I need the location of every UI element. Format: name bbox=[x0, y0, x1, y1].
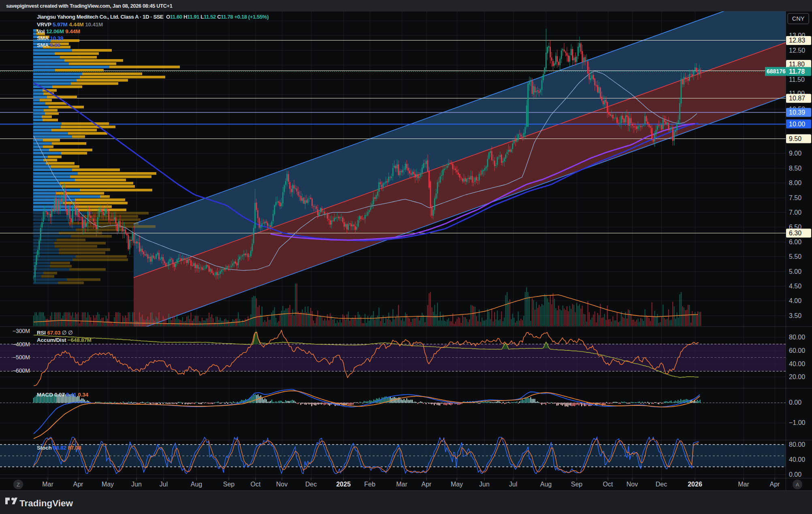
svg-text:TradingView: TradingView bbox=[19, 498, 73, 508]
svg-text:−300M: −300M bbox=[13, 328, 30, 334]
svg-text:Oct: Oct bbox=[251, 481, 261, 488]
svg-text:11.50: 11.50 bbox=[789, 76, 805, 83]
svg-text:−400M: −400M bbox=[13, 341, 30, 348]
svg-text:Mar: Mar bbox=[738, 481, 749, 488]
svg-text:Sep: Sep bbox=[223, 481, 235, 488]
svg-text:4.00: 4.00 bbox=[789, 297, 801, 304]
svg-text:Nov: Nov bbox=[627, 481, 638, 488]
svg-text:8.00: 8.00 bbox=[789, 179, 801, 186]
svg-text:savepiginvest created with Tra: savepiginvest created with TradingView.c… bbox=[6, 3, 173, 9]
svg-text:CNY: CNY bbox=[792, 15, 805, 22]
svg-text:20.00: 20.00 bbox=[789, 373, 805, 380]
svg-text:688176: 688176 bbox=[767, 68, 786, 75]
svg-text:Jul: Jul bbox=[509, 481, 517, 488]
svg-text:8.50: 8.50 bbox=[789, 165, 801, 172]
svg-text:0.00: 0.00 bbox=[789, 471, 801, 478]
svg-text:Stoch 88.82 87.08: Stoch 88.82 87.08 bbox=[37, 445, 81, 451]
svg-text:Accum/Dist −648.87M: Accum/Dist −648.87M bbox=[37, 337, 92, 343]
svg-text:11.80: 11.80 bbox=[789, 61, 805, 68]
svg-text:40.00: 40.00 bbox=[789, 456, 805, 463]
svg-text:6.30: 6.30 bbox=[789, 230, 801, 237]
svg-text:2025: 2025 bbox=[336, 481, 351, 488]
svg-text:MACD 0.07 0.41 0.34: MACD 0.07 0.41 0.34 bbox=[37, 392, 89, 398]
svg-text:0.00: 0.00 bbox=[789, 399, 801, 406]
svg-text:Dec: Dec bbox=[305, 481, 317, 488]
svg-text:Apr: Apr bbox=[770, 481, 780, 488]
svg-text:5.50: 5.50 bbox=[789, 253, 801, 260]
svg-text:Jul: Jul bbox=[160, 481, 168, 488]
svg-text:9.00: 9.00 bbox=[789, 150, 801, 157]
svg-text:Mar: Mar bbox=[396, 481, 407, 488]
svg-text:Jun: Jun bbox=[131, 481, 142, 488]
svg-text:4.50: 4.50 bbox=[789, 283, 801, 290]
svg-text:Dec: Dec bbox=[656, 481, 667, 488]
svg-text:7.50: 7.50 bbox=[789, 194, 801, 201]
svg-text:60.00: 60.00 bbox=[789, 347, 805, 354]
svg-text:Z: Z bbox=[17, 482, 20, 488]
svg-text:5.00: 5.00 bbox=[789, 268, 801, 275]
svg-text:10.87: 10.87 bbox=[789, 95, 805, 102]
svg-text:Apr: Apr bbox=[422, 481, 432, 488]
svg-text:Sep: Sep bbox=[571, 481, 583, 488]
svg-text:80.00: 80.00 bbox=[789, 334, 805, 341]
svg-text:Apr: Apr bbox=[73, 481, 84, 488]
svg-text:SMA 10.39: SMA 10.39 bbox=[37, 35, 63, 41]
svg-text:Nov: Nov bbox=[276, 481, 288, 488]
svg-text:7.00: 7.00 bbox=[789, 209, 801, 216]
svg-text:−500M: −500M bbox=[13, 354, 30, 360]
svg-text:May: May bbox=[102, 481, 114, 488]
svg-text:Jiangsu Yahong Meditech Co., L: Jiangsu Yahong Meditech Co., Ltd. Class … bbox=[37, 14, 269, 20]
svg-text:A: A bbox=[796, 482, 799, 488]
svg-text:9.50: 9.50 bbox=[789, 135, 801, 142]
svg-text:Aug: Aug bbox=[191, 481, 202, 488]
svg-text:12.83: 12.83 bbox=[789, 37, 805, 44]
svg-text:2026: 2026 bbox=[688, 481, 702, 488]
svg-text:40.00: 40.00 bbox=[789, 360, 805, 367]
svg-text:−600M: −600M bbox=[13, 367, 30, 374]
svg-text:Feb: Feb bbox=[364, 481, 375, 488]
svg-text:−1.00: −1.00 bbox=[789, 419, 806, 426]
svg-text:May: May bbox=[451, 481, 463, 488]
svg-text:6.00: 6.00 bbox=[789, 239, 801, 245]
svg-text:11.78: 11.78 bbox=[789, 68, 805, 75]
svg-text:Jun: Jun bbox=[479, 481, 490, 488]
svg-text:VRVP 5.97M 4.44M 10.41M: VRVP 5.97M 4.44M 10.41M bbox=[37, 21, 103, 28]
svg-text:RSI 67.03 ∅ ∅: RSI 67.03 ∅ ∅ bbox=[37, 330, 73, 336]
svg-text:SMA 9.99: SMA 9.99 bbox=[37, 42, 60, 48]
svg-text:3.50: 3.50 bbox=[789, 312, 801, 319]
svg-text:Mar: Mar bbox=[42, 481, 53, 488]
svg-text:Oct: Oct bbox=[603, 481, 613, 488]
svg-text:Vol 12.06M 9.44M: Vol 12.06M 9.44M bbox=[37, 28, 80, 34]
svg-text:10.39: 10.39 bbox=[789, 109, 805, 116]
svg-text:10.00: 10.00 bbox=[789, 121, 805, 128]
svg-text:80.00: 80.00 bbox=[789, 441, 805, 448]
svg-text:12.50: 12.50 bbox=[789, 47, 805, 54]
svg-text:Aug: Aug bbox=[540, 481, 552, 488]
